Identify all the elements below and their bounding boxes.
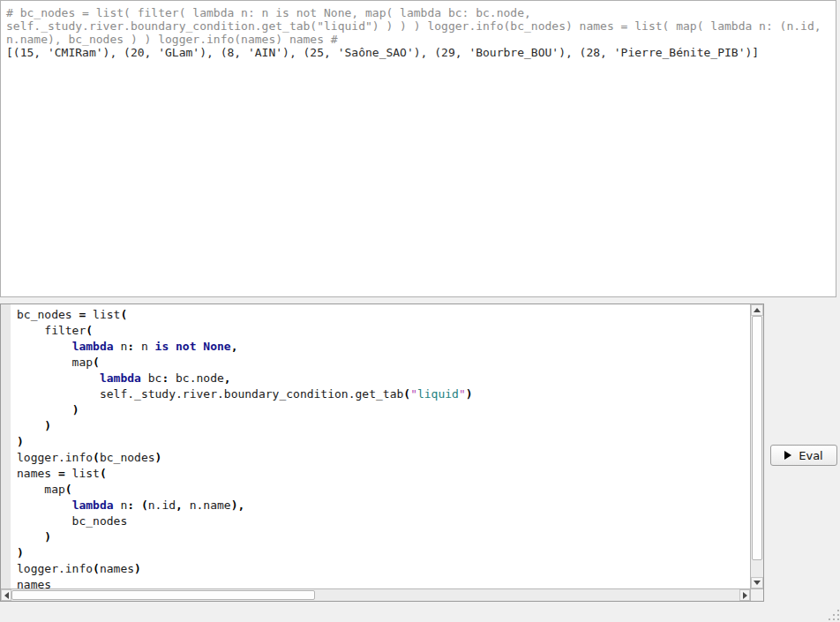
code-line: lambda n: (n.id, n.name),	[17, 498, 750, 513]
code-line: logger.info(names)	[17, 561, 750, 577]
horizontal-scrollbar[interactable]	[1, 588, 750, 601]
code-line: names	[17, 577, 750, 588]
log-line: self._study.river.boundary_condition.get…	[6, 19, 830, 33]
app-window: { "log_pane": { "lines": [ {"style": "mu…	[0, 0, 840, 622]
log-line: n.name), bc_nodes ) ) logger.info(names)…	[6, 33, 830, 46]
scroll-up-button[interactable]	[751, 304, 763, 316]
code-area[interactable]: bc_nodes = list( filter( lambda n: n is …	[1, 304, 750, 588]
code-line: bc_nodes = list(	[17, 307, 750, 323]
scroll-up-icon	[754, 308, 761, 312]
code-line: lambda n: n is not None,	[17, 339, 750, 355]
code-line: map(	[17, 355, 750, 371]
code-line: lambda bc: bc.node,	[17, 371, 750, 386]
eval-button[interactable]: Eval	[770, 445, 837, 466]
scroll-right-button[interactable]	[739, 589, 750, 601]
log-line: # bc_nodes = list( filter( lambda n: n i…	[6, 6, 830, 19]
code-editor: bc_nodes = list( filter( lambda n: n is …	[0, 304, 764, 602]
vertical-scrollbar[interactable]	[750, 304, 763, 588]
vertical-scrollbar-thumb[interactable]	[752, 316, 762, 560]
code-line: )	[17, 418, 750, 434]
code-line: )	[17, 434, 750, 450]
code-line: names = list(	[17, 466, 750, 482]
play-icon	[784, 451, 791, 460]
scroll-right-icon	[743, 592, 747, 599]
scroll-down-icon	[754, 581, 761, 585]
log-line: [(15, 'CMIRam'), (20, 'GLam'), (8, 'AIN'…	[6, 46, 830, 59]
code-line: )	[17, 545, 750, 561]
eval-button-label: Eval	[799, 449, 823, 462]
code-line: )	[17, 529, 750, 545]
log-output-pane: # bc_nodes = list( filter( lambda n: n i…	[0, 0, 836, 297]
horizontal-scrollbar-thumb[interactable]	[11, 590, 315, 600]
code-line: logger.info(bc_nodes)	[17, 450, 750, 466]
code-line: map(	[17, 482, 750, 498]
resize-grip-icon[interactable]	[828, 610, 839, 621]
log-output: # bc_nodes = list( filter( lambda n: n i…	[6, 6, 830, 59]
scroll-left-button[interactable]	[1, 589, 11, 601]
code-line: self._study.river.boundary_condition.get…	[17, 386, 750, 402]
scroll-left-icon	[4, 592, 9, 599]
code-line: filter(	[17, 323, 750, 339]
scrollbar-corner	[750, 588, 763, 601]
code-line: bc_nodes	[17, 513, 750, 529]
code-line: )	[17, 402, 750, 418]
scroll-down-button[interactable]	[751, 577, 763, 588]
